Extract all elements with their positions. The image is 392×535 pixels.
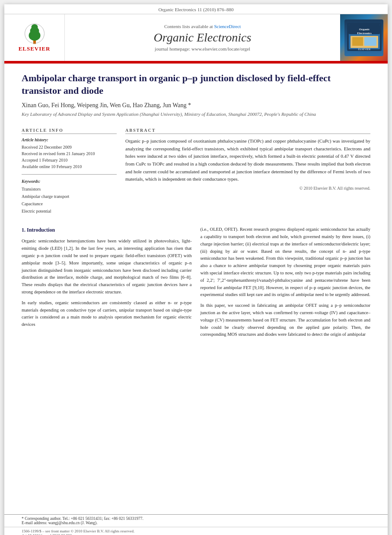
svg-text:ELSEVIER: ELSEVIER xyxy=(358,48,370,51)
sciencedirect-link[interactable]: ScienceDirect xyxy=(214,24,241,29)
footer-issn: 1566-1199/$ – see front matter © 2010 El… xyxy=(22,529,370,533)
footer: 1566-1199/$ – see front matter © 2010 El… xyxy=(4,527,388,535)
body-content: 1. Introduction Organic semiconductor he… xyxy=(4,222,388,514)
body-left-col: 1. Introduction Organic semiconductor he… xyxy=(22,226,192,506)
article-info-col: Article Info Article history: Received 2… xyxy=(22,128,117,215)
elsevier-logo-area: ELSEVIER xyxy=(4,14,65,61)
journal-cover-image: Organic Electronics ELSEVIER xyxy=(347,23,382,51)
article-info-abstract: Article Info Article history: Received 2… xyxy=(4,128,388,222)
journal-citation: Organic Electronics 11 (2010) 876–880 xyxy=(4,4,388,14)
keyword-2: Ambipolar charge transport xyxy=(22,193,117,200)
email-note: E-mail address: wangj@shu.edu.cn (J. Wan… xyxy=(22,521,370,525)
keyword-3: Capacitance xyxy=(22,200,117,207)
header-center: Contents lists available at ScienceDirec… xyxy=(65,14,340,61)
sciencedirect-line: Contents lists available at ScienceDirec… xyxy=(164,24,241,29)
page: Organic Electronics 11 (2010) 876–880 EL… xyxy=(4,4,388,535)
keyword-1: Transistors xyxy=(22,185,117,193)
svg-text:Organic: Organic xyxy=(359,28,370,31)
history-label: Article history: xyxy=(22,137,117,142)
elsevier-label: ELSEVIER xyxy=(19,45,51,52)
journal-badge-area: Organic Electronics ELSEVIER xyxy=(340,14,388,61)
journal-title: Organic Electronics xyxy=(154,31,252,45)
article-title: Ambipolar charge transport in organic p–… xyxy=(22,72,370,97)
abstract-label: Abstract xyxy=(125,128,370,134)
journal-homepage: journal homepage: www.elsevier.com/locat… xyxy=(155,46,250,51)
sciencedirect-label: Contents lists available at xyxy=(164,24,213,29)
elsevier-tree-icon xyxy=(22,23,48,45)
body-left-para1: Organic semiconductor heterojunctions ha… xyxy=(22,238,192,296)
svg-point-3 xyxy=(31,24,38,30)
keywords-list: Transistors Ambipolar charge transport C… xyxy=(22,185,117,215)
article-authors: Xinan Guo, Fei Hong, Weipeng Jin, Wen Gu… xyxy=(22,102,370,109)
citation-text: Organic Electronics 11 (2010) 876–880 xyxy=(158,7,233,12)
revised-date: Received in revised form 21 January 2010 xyxy=(22,150,117,157)
body-right-para2: In this paper, we succeed in fabricating… xyxy=(201,302,371,338)
journal-header: ELSEVIER Contents lists available at Sci… xyxy=(4,14,388,62)
abstract-text: Organic p–p junction composed of oxotita… xyxy=(125,137,370,183)
footer-doi: doi:10.1016/j.orgel.2010.02.002 xyxy=(22,533,370,535)
svg-text:Electronics: Electronics xyxy=(357,32,372,35)
copyright: © 2010 Elsevier B.V. All rights reserved… xyxy=(125,186,370,191)
accepted-date: Accepted 1 February 2010 xyxy=(22,157,117,163)
article-header: Ambipolar charge transport in organic p–… xyxy=(4,64,388,128)
available-date: Available online 10 February 2010 xyxy=(22,163,117,170)
body-right-col: (i.e., OLED, OFET). Recent research prog… xyxy=(201,226,371,506)
body-right-para1: (i.e., OLED, OFET). Recent research prog… xyxy=(201,226,371,299)
keywords-label: Keywords: xyxy=(22,179,117,184)
journal-badge: Organic Electronics ELSEVIER xyxy=(344,19,383,56)
elsevier-logo: ELSEVIER xyxy=(19,23,51,52)
intro-heading: 1. Introduction xyxy=(22,226,192,234)
svg-rect-11 xyxy=(352,37,363,46)
body-left-para2: In early studies, organic semiconductors… xyxy=(22,299,192,328)
homepage-label: journal homepage: www.elsevier.com/locat… xyxy=(155,46,250,51)
footnotes: * Corresponding author. Tel.: +86 021 56… xyxy=(4,514,388,527)
keyword-4: Electric potential xyxy=(22,207,117,215)
article-info-label: Article Info xyxy=(22,128,117,134)
abstract-col: Abstract Organic p–p junction composed o… xyxy=(125,128,370,215)
article-affiliation: Key Laboratory of Advanced Display and S… xyxy=(22,111,370,117)
received-date: Received 22 December 2009 xyxy=(22,144,117,150)
svg-rect-12 xyxy=(364,37,376,46)
corresponding-note: * Corresponding author. Tel.: +86 021 56… xyxy=(22,516,370,521)
